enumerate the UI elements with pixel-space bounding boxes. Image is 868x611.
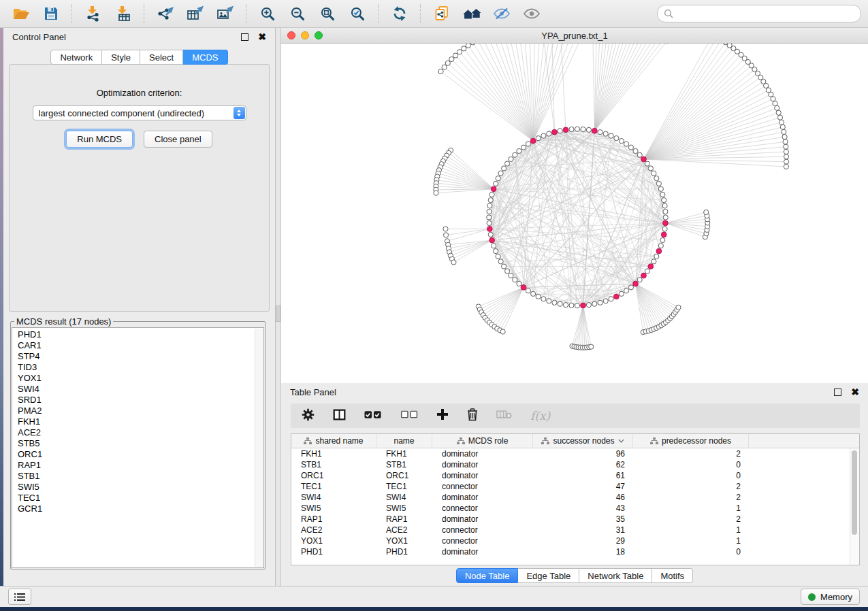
graph-leaf-node[interactable] (784, 164, 788, 169)
table-cell[interactable]: FKH1 (291, 449, 376, 459)
close-panel-button[interactable]: Close panel (144, 131, 212, 148)
graph-node[interactable] (536, 294, 541, 299)
graph-node[interactable] (496, 176, 500, 181)
table-cell[interactable]: RAP1 (291, 514, 376, 524)
graph-node[interactable] (531, 291, 536, 296)
graph-leaf-node[interactable] (727, 44, 732, 48)
save-session-button[interactable] (37, 3, 65, 24)
graph-leaf-node[interactable] (449, 56, 454, 61)
hide-selected-button[interactable] (487, 3, 516, 24)
apply-function-button[interactable]: f(x) (530, 409, 550, 423)
graph-node[interactable] (637, 278, 642, 282)
graph-node[interactable] (656, 181, 661, 186)
table-cell[interactable]: YOX1 (291, 536, 376, 546)
table-cell[interactable]: 31 (533, 525, 633, 535)
graph-node[interactable] (494, 248, 498, 253)
graph-node[interactable] (517, 281, 521, 286)
delete-row-button[interactable] (467, 408, 478, 424)
graph-node[interactable] (663, 209, 668, 214)
graph-leaf-node[interactable] (451, 260, 456, 265)
tab-network[interactable]: Network (50, 50, 102, 65)
graph-leaf-node[interactable] (589, 344, 594, 349)
graph-leaf-node[interactable] (776, 110, 781, 115)
table-cell[interactable]: 2 (633, 514, 749, 524)
graph-node[interactable] (575, 127, 579, 131)
first-neighbors-button[interactable] (457, 3, 486, 24)
graph-leaf-node[interactable] (453, 53, 457, 58)
graph-node[interactable] (505, 269, 510, 274)
graph-node[interactable] (569, 127, 574, 131)
graph-leaf-node[interactable] (442, 65, 447, 69)
table-cell[interactable]: connector (432, 503, 533, 513)
export-network-button[interactable] (151, 3, 180, 24)
table-cell[interactable]: SWI5 (291, 503, 376, 513)
graph-hub-node[interactable] (487, 227, 492, 232)
table-cell[interactable]: dominator (432, 471, 533, 480)
float-table-panel-icon[interactable] (834, 389, 841, 396)
graph-node[interactable] (526, 142, 530, 146)
table-cell[interactable]: ORC1 (291, 471, 376, 480)
graph-hub-node[interactable] (613, 294, 619, 299)
table-cell[interactable]: 96 (533, 449, 633, 459)
graph-node[interactable] (509, 273, 513, 278)
close-panel-icon[interactable]: ✖ (258, 32, 266, 42)
graph-node[interactable] (494, 181, 498, 186)
graph-hub-node[interactable] (633, 281, 639, 286)
graph-leaf-node[interactable] (466, 44, 470, 48)
table-cell[interactable]: ACE2 (291, 525, 376, 535)
graph-node[interactable] (628, 145, 633, 150)
graph-node[interactable] (609, 297, 613, 301)
graph-node[interactable] (488, 232, 493, 237)
graph-node[interactable] (513, 278, 517, 282)
table-cell[interactable]: FKH1 (376, 449, 432, 459)
graph-node[interactable] (502, 166, 507, 171)
search-input[interactable] (677, 8, 854, 20)
graph-leaf-node[interactable] (766, 88, 771, 93)
mcds-result-list[interactable]: PHD1CAR1STP4TID3YOX1SWI4SRD1PMA2FKH1ACE2… (12, 327, 264, 568)
table-cell[interactable]: ORC1 (376, 471, 432, 480)
mcds-result-item[interactable]: FKH1 (18, 416, 263, 427)
panel-splitter[interactable] (276, 28, 281, 586)
table-cell[interactable]: YOX1 (376, 536, 432, 546)
graph-leaf-node[interactable] (462, 46, 466, 51)
table-cell[interactable]: dominator (432, 493, 533, 502)
refresh-view-button[interactable] (385, 3, 414, 24)
network-canvas[interactable] (281, 44, 868, 383)
mcds-result-item[interactable]: PMA2 (18, 406, 263, 416)
graph-node[interactable] (505, 161, 510, 166)
tab-motifs[interactable]: Motifs (652, 568, 693, 583)
zoom-fit-button[interactable] (313, 3, 342, 24)
mcds-result-item[interactable]: TID3 (18, 362, 263, 373)
graph-node[interactable] (609, 133, 613, 138)
graph-node[interactable] (521, 145, 526, 150)
graph-leaf-node[interactable] (784, 154, 788, 159)
table-cell[interactable]: dominator (432, 449, 533, 459)
column-header-name[interactable]: name (376, 434, 432, 448)
graph-node[interactable] (509, 156, 513, 161)
graph-node[interactable] (581, 127, 585, 131)
table-cell[interactable]: dominator (432, 460, 533, 469)
graph-hub-node[interactable] (552, 129, 558, 135)
graph-node[interactable] (619, 291, 624, 296)
table-cell[interactable]: STB1 (291, 460, 376, 469)
show-columns-button[interactable] (333, 408, 346, 424)
deselect-all-button[interactable] (401, 410, 418, 422)
column-header-predecessor-nodes[interactable]: predecessor nodes (633, 434, 749, 448)
graph-node[interactable] (536, 136, 541, 141)
table-row[interactable]: PHD1PHD1dominator180 (291, 546, 859, 557)
mcds-result-item[interactable]: SRD1 (18, 395, 263, 406)
graph-node[interactable] (628, 285, 633, 290)
graph-node[interactable] (658, 244, 663, 248)
graph-hub-node[interactable] (489, 237, 495, 243)
graph-leaf-node[interactable] (443, 233, 448, 237)
graph-node[interactable] (526, 288, 530, 293)
table-cell[interactable]: 0 (633, 460, 749, 469)
graph-node[interactable] (541, 133, 546, 138)
table-cell[interactable]: ACE2 (376, 525, 432, 535)
table-cell[interactable]: TEC1 (291, 482, 376, 491)
graph-leaf-node[interactable] (775, 105, 779, 110)
run-mcds-button[interactable]: Run MCDS (66, 131, 133, 148)
graph-node[interactable] (558, 129, 562, 133)
table-row[interactable]: RAP1RAP1dominator352 (291, 514, 859, 525)
table-row[interactable]: YOX1YOX1connector291 (291, 535, 859, 546)
